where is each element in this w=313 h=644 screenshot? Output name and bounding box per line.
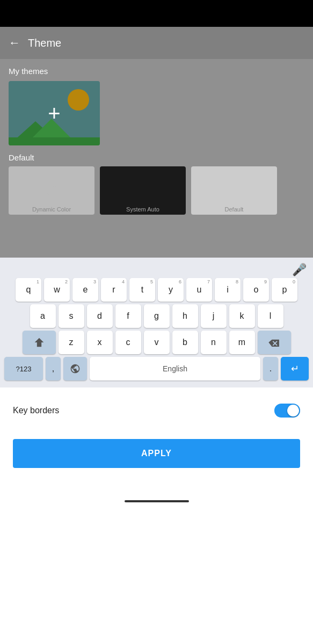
selected-checkmark: ✓ [45,180,59,201]
status-bar [0,0,313,27]
default-themes-row: ✓ Dynamic Color System Auto Default [9,166,304,215]
keyboard-container: 🎤 q1 w2 e3 r4 t5 y6 u7 i8 o9 p0 a s d f … [0,258,313,387]
key-w[interactable]: w2 [44,278,70,302]
key-r[interactable]: r4 [101,278,127,302]
backspace-key[interactable] [258,331,291,354]
back-button[interactable]: ← [9,36,20,50]
key-num-9: 9 [264,279,267,284]
key-y[interactable]: y6 [158,278,184,302]
key-s[interactable]: s [59,304,84,328]
key-num-6: 6 [179,279,181,284]
key-num-5: 5 [150,279,153,284]
key-num-7: 7 [207,279,210,284]
default-thumb-label: Default [191,206,277,213]
key-g[interactable]: g [144,304,170,328]
mic-row: 🎤 [4,261,309,278]
app-header: ← Theme [0,27,313,59]
key-num-0: 0 [293,279,295,284]
key-num-3: 3 [93,279,96,284]
default-label: Default [9,153,304,162]
shift-key[interactable] [23,331,56,354]
key-e[interactable]: e3 [72,278,98,302]
system-auto-label: System Auto [100,206,186,213]
shift-icon [34,337,45,348]
svg-rect-2 [9,137,100,145]
space-key[interactable]: English [90,357,260,380]
key-n[interactable]: n [201,331,227,354]
key-borders-label: Key borders [13,406,274,415]
system-auto-thumb[interactable]: System Auto [100,166,186,215]
home-indicator [0,495,313,504]
dynamic-color-thumb[interactable]: ✓ Dynamic Color [9,166,94,215]
key-borders-toggle[interactable] [274,404,300,418]
my-themes-label: My themes [9,67,304,76]
period-key[interactable]: . [263,357,278,380]
add-theme-thumb[interactable]: + [9,81,100,145]
page-title: Theme [28,37,61,49]
gold-circle-decoration [68,89,89,111]
key-i[interactable]: i8 [215,278,241,302]
key-m[interactable]: m [229,331,255,354]
key-a[interactable]: a [30,304,56,328]
comma-key[interactable]: , [46,357,61,380]
main-content: My themes + Default ✓ Dynamic Color Syst… [0,59,313,258]
key-num-8: 8 [236,279,238,284]
dynamic-color-label: Dynamic Color [9,206,94,213]
key-num-2: 2 [65,279,68,284]
key-num-1: 1 [37,279,39,284]
enter-key[interactable]: ↵ [281,357,309,380]
my-themes-row: + [9,81,304,145]
key-z[interactable]: z [59,331,84,354]
key-k[interactable]: k [229,304,255,328]
microphone-icon[interactable]: 🎤 [292,263,307,277]
key-x[interactable]: x [87,331,113,354]
key-b[interactable]: b [172,331,198,354]
key-p[interactable]: p0 [272,278,297,302]
globe-icon [70,363,81,374]
key-l[interactable]: l [258,304,283,328]
key-d[interactable]: d [87,304,113,328]
key-borders-row: Key borders [13,404,300,418]
key-num-4: 4 [122,279,125,284]
default-thumb[interactable]: Default [191,166,277,215]
globe-key[interactable] [63,357,87,380]
key-f[interactable]: f [115,304,141,328]
apply-button[interactable]: APPLY [13,439,300,468]
key-row-2: a s d f g h j k l [4,304,309,328]
key-q[interactable]: q1 [16,278,41,302]
enter-icon: ↵ [291,363,299,375]
key-t[interactable]: t5 [129,278,155,302]
mountain-decoration [9,116,100,145]
key-c[interactable]: c [115,331,141,354]
key-j[interactable]: j [201,304,227,328]
key-row-3: z x c v b n m [4,331,309,354]
key-row-4: ?123 , English . ↵ [4,357,309,380]
key-v[interactable]: v [144,331,170,354]
bottom-section: Key borders APPLY [0,387,313,495]
key-o[interactable]: o9 [243,278,269,302]
backspace-icon [268,338,280,347]
key-h[interactable]: h [172,304,198,328]
home-bar [125,500,189,502]
key-u[interactable]: u7 [186,278,212,302]
num-key[interactable]: ?123 [4,357,43,380]
key-row-1: q1 w2 e3 r4 t5 y6 u7 i8 o9 p0 [4,278,309,302]
toggle-thumb [287,405,299,416]
